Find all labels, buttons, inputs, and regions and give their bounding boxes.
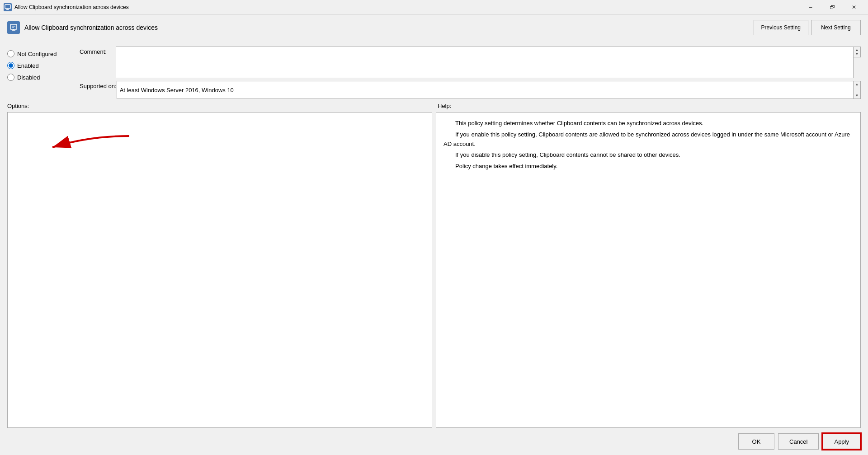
- not-configured-label: Not Configured: [17, 51, 57, 57]
- enabled-radio-label[interactable]: Enabled: [7, 62, 72, 69]
- config-section: Not Configured Enabled Disabled Comment:…: [7, 47, 861, 99]
- dialog-footer: OK Cancel Apply: [7, 428, 861, 450]
- restore-button[interactable]: 🗗: [822, 0, 843, 14]
- scroll-up-arrow[interactable]: ▲: [855, 48, 859, 52]
- not-configured-radio[interactable]: [7, 50, 14, 57]
- cancel-button[interactable]: Cancel: [778, 433, 819, 450]
- close-button[interactable]: ✕: [844, 0, 864, 14]
- disabled-radio[interactable]: [7, 74, 14, 81]
- supported-value: At least Windows Server 2016, Windows 10: [120, 87, 234, 94]
- scroll-down-arrow[interactable]: ▼: [855, 52, 859, 56]
- comment-textarea[interactable]: [116, 47, 854, 78]
- options-panel: [7, 112, 432, 428]
- title-bar: Allow Clipboard synchronization across d…: [0, 0, 868, 14]
- svg-rect-3: [10, 24, 17, 29]
- window-title: Allow Clipboard synchronization across d…: [14, 4, 800, 10]
- supported-scroll-down[interactable]: ▼: [855, 94, 859, 98]
- apply-button[interactable]: Apply: [822, 433, 861, 450]
- next-setting-button[interactable]: Next Setting: [811, 20, 861, 35]
- disabled-label: Disabled: [17, 74, 40, 81]
- svg-rect-0: [5, 5, 10, 9]
- help-line-3: If you disable this policy setting, Clip…: [443, 150, 853, 160]
- comment-label: Comment:: [80, 47, 116, 55]
- comment-block: Comment: ▲ ▼: [80, 47, 861, 78]
- supported-scrollbar[interactable]: ▲ ▼: [854, 81, 861, 99]
- options-label: Options:: [7, 103, 434, 109]
- dialog-icon: [4, 3, 12, 11]
- supported-value-wrapper: At least Windows Server 2016, Windows 10: [117, 81, 854, 99]
- options-help-panels: This policy setting determines whether C…: [7, 112, 861, 428]
- policy-icon: [7, 21, 20, 34]
- radio-group: Not Configured Enabled Disabled: [7, 47, 80, 99]
- not-configured-radio-label[interactable]: Not Configured: [7, 50, 72, 57]
- enabled-radio[interactable]: [7, 62, 14, 69]
- minimize-button[interactable]: –: [800, 0, 821, 14]
- dialog-header: Allow Clipboard synchronization across d…: [7, 20, 861, 40]
- supported-block: Supported on: At least Windows Server 20…: [80, 81, 861, 99]
- ok-button[interactable]: OK: [738, 433, 774, 450]
- enabled-label: Enabled: [17, 62, 39, 69]
- prev-setting-button[interactable]: Previous Setting: [754, 20, 808, 35]
- supported-scroll-up[interactable]: ▲: [855, 82, 859, 86]
- window-controls: – 🗗 ✕: [800, 0, 864, 14]
- options-help-header: Options: Help:: [7, 103, 861, 109]
- dialog: Allow Clipboard synchronization across d…: [0, 14, 868, 455]
- dialog-title: Allow Clipboard synchronization across d…: [24, 24, 754, 31]
- help-line-4: Policy change takes effect immediately.: [443, 162, 853, 171]
- help-label: Help:: [434, 103, 861, 109]
- comment-scrollbar[interactable]: ▲ ▼: [854, 47, 861, 57]
- nav-buttons: Previous Setting Next Setting: [754, 20, 861, 35]
- help-line-2: If you enable this policy setting, Clipb…: [443, 130, 853, 149]
- comment-supported: Comment: ▲ ▼ Supported on: At least Wind…: [80, 47, 861, 99]
- help-line-1: This policy setting determines whether C…: [443, 119, 853, 128]
- disabled-radio-label[interactable]: Disabled: [7, 74, 72, 81]
- help-panel: This policy setting determines whether C…: [436, 112, 861, 428]
- main-content: Not Configured Enabled Disabled Comment:…: [7, 47, 861, 428]
- help-text: This policy setting determines whether C…: [443, 119, 853, 171]
- supported-label: Supported on:: [80, 81, 117, 89]
